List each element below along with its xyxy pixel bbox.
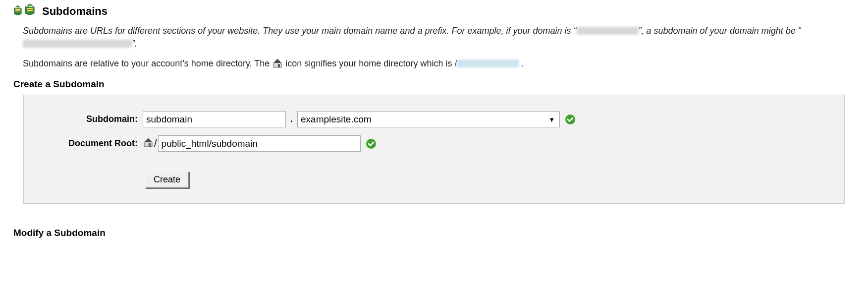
home-icon xyxy=(272,58,283,72)
redacted-subdomain xyxy=(23,40,132,48)
page-title: Subdomains xyxy=(42,5,108,18)
button-row: Create xyxy=(34,172,834,188)
check-icon xyxy=(366,138,377,149)
domain-select-wrap: examplesite.com xyxy=(297,111,560,127)
svg-rect-8 xyxy=(149,143,151,147)
intro-line-1b: ”, a subdomain of your domain might be “ xyxy=(639,26,801,36)
intro-line-2a: Subdomains are relative to your account’… xyxy=(23,58,272,68)
create-subdomain-form: Subdomain: . examplesite.com Document Ro… xyxy=(23,95,845,204)
docroot-label: Document Root: xyxy=(34,138,143,149)
svg-rect-4 xyxy=(27,10,33,11)
svg-text:www: www xyxy=(14,6,21,9)
domain-select[interactable]: examplesite.com xyxy=(297,111,560,127)
intro-text: Subdomains are URLs for different sectio… xyxy=(23,24,846,72)
check-icon xyxy=(565,114,576,125)
docroot-input[interactable] xyxy=(158,135,361,152)
intro-line-2: Subdomains are relative to your account’… xyxy=(23,57,846,72)
intro-line-1c: ”. xyxy=(132,39,137,49)
svg-rect-1 xyxy=(15,10,20,11)
svg-rect-3 xyxy=(27,8,33,9)
redacted-domain xyxy=(577,27,639,35)
home-icon xyxy=(143,137,154,150)
create-heading: Create a Subdomain xyxy=(13,79,856,90)
create-button[interactable]: Create xyxy=(145,172,189,188)
svg-point-9 xyxy=(366,139,376,149)
docroot-row: Document Root: / xyxy=(34,135,834,152)
intro-line-2c: . xyxy=(519,58,524,68)
intro-line-1: Subdomains are URLs for different sectio… xyxy=(23,24,846,50)
page-title-row: www www Subdomains xyxy=(12,4,856,19)
subdomain-label: Subdomain: xyxy=(34,114,143,124)
redacted-home-dir xyxy=(457,59,519,67)
subdomains-icon: www www xyxy=(12,4,37,19)
dot-separator: . xyxy=(290,114,293,124)
slash: / xyxy=(154,138,157,149)
subdomain-input[interactable] xyxy=(143,111,286,127)
intro-line-2b: icon signifies your home directory which… xyxy=(283,58,457,68)
svg-rect-0 xyxy=(15,9,20,10)
home-prefix: / xyxy=(143,137,157,150)
subdomain-row: Subdomain: . examplesite.com xyxy=(34,111,834,127)
svg-text:www: www xyxy=(26,4,33,7)
svg-point-7 xyxy=(565,115,575,124)
svg-rect-6 xyxy=(278,64,280,67)
intro-line-1a: Subdomains are URLs for different sectio… xyxy=(23,26,577,36)
modify-heading: Modify a Subdomain xyxy=(13,228,856,238)
